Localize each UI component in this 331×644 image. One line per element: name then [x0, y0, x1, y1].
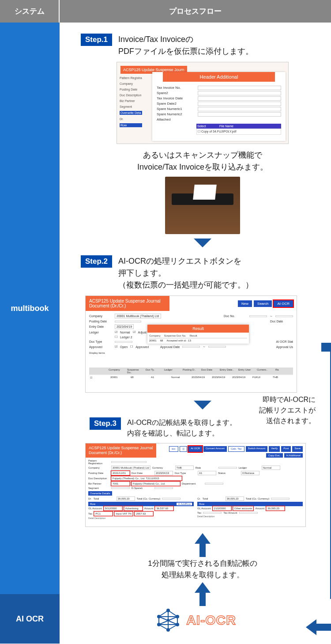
- ocr-row: AI-OCR: [60, 595, 331, 644]
- step1-badge: Step.1: [81, 34, 112, 46]
- svg-point-15: [176, 623, 179, 626]
- s3-toolbar: ⟵☰ AI OCR Convert Amount Calc. Tax Switc…: [162, 446, 303, 458]
- s2-buttons: New Search AI OCR: [238, 300, 293, 307]
- svg-point-12: [157, 615, 161, 618]
- s2-result-popup: Result CompanySuspense Doc No.Result 200…: [147, 325, 249, 344]
- s1-left-labels: Pattern RegistraCompany Posting DateDoc …: [120, 76, 142, 130]
- sidebar-aiocr: AI OCR: [0, 594, 60, 644]
- step2-text: AI-OCRの処理リクエストボタンを 押下します。 （複数伝票の一括処理が可能で…: [118, 255, 253, 291]
- header-system: システム: [0, 0, 60, 23]
- svg-point-17: [167, 619, 169, 621]
- aiocr-button[interactable]: AI OCR: [274, 300, 293, 307]
- screenshot-2: ACSP125 Update Suspense Journal Document…: [85, 295, 297, 393]
- arrow-down-2: [194, 401, 211, 409]
- process-flow: Step.1 Invoice/Tax Invoiceの PDFファイルを仮伝票に…: [60, 23, 331, 595]
- arrow-up-icon-2: [197, 582, 208, 595]
- screenshot-1: ACSP125 Update Suspense Journ Pattern Re…: [117, 62, 289, 144]
- header-flow: プロセスフロー: [60, 0, 331, 23]
- aiocr-text: AI-OCR: [186, 613, 236, 628]
- diagram-root: システム multibook AI OCR プロセスフロー Step.1 Inv…: [0, 0, 331, 644]
- left-column: システム multibook AI OCR: [0, 0, 60, 644]
- svg-point-13: [176, 615, 179, 618]
- svg-point-16: [166, 628, 170, 632]
- step1-text: Invoice/Tax Invoiceの PDFファイルを仮伝票に添付します。: [118, 34, 253, 57]
- search-button[interactable]: Search: [254, 300, 272, 307]
- s3-aiocr-button[interactable]: AI OCR: [188, 446, 202, 452]
- svg-point-11: [166, 609, 170, 612]
- s3-title: ACSP125 Update Suspense Journal Document…: [86, 443, 156, 458]
- s1-header-additional: Header Additional: [163, 72, 275, 82]
- step2-row: Step.2 AI-OCRの処理リクエストボタンを 押下します。 （複数伝票の一…: [81, 255, 324, 291]
- step2-badge: Step.2: [81, 255, 112, 268]
- step3-badge: Step.3: [90, 417, 121, 430]
- right-column: プロセスフロー Step.1 Invoice/Tax Invoiceの PDFフ…: [60, 0, 331, 644]
- bottom-text: 1分間隔で実行される自動記帳の 処理結果を取得します。: [81, 558, 324, 580]
- sidebar-multibook: multibook: [0, 23, 60, 594]
- arrow-down-1: [194, 239, 211, 247]
- arrow-up-icon: [197, 533, 208, 555]
- aiocr-logo: AI-OCR: [154, 608, 236, 633]
- screenshot-3: ACSP125 Update Suspense Journal Document…: [85, 443, 306, 527]
- mid-text: あるいはスキャンスナップ機能で Invoice/Tax Invoiceを取り込み…: [81, 149, 324, 173]
- svg-point-14: [157, 623, 161, 626]
- s2-title: ACSP125 Update Suspense Journal Document…: [86, 296, 169, 311]
- scanner-image: [165, 177, 240, 234]
- s1-panel: Header Additional Tax Invoice No. Spare2…: [152, 72, 286, 141]
- step3-text: AI-OCRの記帳結果を取得します。 内容を確認し、転記します。: [127, 417, 237, 439]
- new-button[interactable]: New: [238, 300, 252, 307]
- step1-row: Step.1 Invoice/Tax Invoiceの PDFファイルを仮伝票に…: [81, 34, 324, 57]
- network-icon: [154, 608, 182, 633]
